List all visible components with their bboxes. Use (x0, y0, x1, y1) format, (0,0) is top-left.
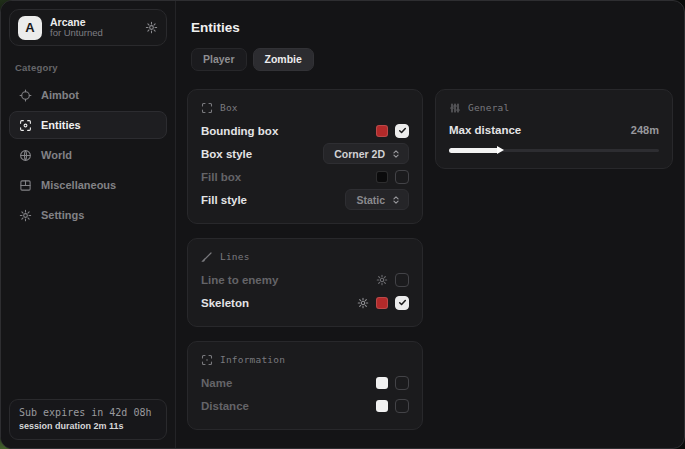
fill-box-row: Fill box (201, 166, 409, 188)
fill-box-checkbox[interactable] (395, 170, 409, 184)
box-style-value: Corner 2D (334, 148, 385, 160)
lines-card: Lines Line to enemy (187, 238, 423, 327)
box-corners-icon (201, 102, 213, 114)
entity-scan-icon (19, 119, 32, 132)
category-label: Category (15, 62, 163, 73)
gear-icon[interactable] (145, 21, 158, 34)
sidebar-item-miscellaneous[interactable]: Miscellaneous (9, 171, 167, 199)
fill-style-value: Static (356, 194, 385, 206)
bounding-box-label: Bounding box (201, 125, 278, 137)
sidebar-spacer (9, 229, 167, 399)
slider-fill (449, 148, 499, 153)
grid-icon (19, 179, 32, 192)
box-style-dropdown[interactable]: Corner 2D (323, 143, 409, 164)
sidebar-item-label: Aimbot (41, 89, 79, 101)
line-to-enemy-checkbox[interactable] (395, 273, 409, 287)
bounding-box-controls (376, 124, 409, 138)
information-section-title: Information (220, 354, 285, 365)
name-checkbox[interactable] (395, 376, 409, 390)
sidebar-item-label: Entities (41, 119, 81, 131)
sliders-icon (449, 102, 461, 114)
sub-expiry-text: Sub expires in 42d 08h (19, 407, 157, 418)
box-card: Box Bounding box B (187, 89, 423, 224)
diagonal-line-icon (201, 251, 213, 263)
skeleton-row: Skeleton (201, 292, 409, 314)
skeleton-checkbox[interactable] (395, 296, 409, 310)
sidebar-item-label: World (41, 149, 72, 161)
page-title: Entities (191, 20, 673, 35)
bounding-box-checkbox[interactable] (395, 124, 409, 138)
app-window: A Arcane for Unturned Category Aimbot (0, 0, 685, 449)
main-panel: Entities Player Zombie Box (176, 1, 685, 448)
distance-color-swatch[interactable] (376, 400, 388, 412)
chevrons-up-down-icon (391, 195, 401, 205)
bounding-box-row: Bounding box (201, 120, 409, 142)
skeleton-color-swatch[interactable] (376, 297, 388, 309)
crosshair-icon (19, 89, 32, 102)
skeleton-label: Skeleton (201, 297, 249, 309)
sidebar-item-world[interactable]: World (9, 141, 167, 169)
sidebar-item-entities[interactable]: Entities (9, 111, 167, 139)
line-to-enemy-controls (376, 273, 409, 287)
gear-icon[interactable] (357, 297, 369, 309)
distance-checkbox[interactable] (395, 399, 409, 413)
name-row: Name (201, 372, 409, 394)
gear-icon (19, 209, 32, 222)
tab-player[interactable]: Player (191, 48, 247, 71)
information-card: Information Name Distance (187, 341, 423, 430)
sidebar-item-label: Settings (41, 209, 84, 221)
max-distance-value: 248m (631, 124, 659, 136)
check-icon (398, 126, 407, 135)
max-distance-row: Max distance 248m (449, 120, 659, 140)
distance-controls (376, 399, 409, 413)
fill-style-label: Fill style (201, 194, 247, 206)
fill-style-dropdown[interactable]: Static (345, 189, 409, 210)
desktop-background: A Arcane for Unturned Category Aimbot (0, 0, 685, 449)
globe-icon (19, 149, 32, 162)
fill-box-controls (376, 170, 409, 184)
content-area: Box Bounding box B (187, 89, 673, 430)
box-card-header: Box (201, 102, 409, 114)
distance-label: Distance (201, 400, 249, 412)
name-controls (376, 376, 409, 390)
lines-section-title: Lines (220, 251, 250, 262)
line-to-enemy-row: Line to enemy (201, 269, 409, 291)
chevrons-up-down-icon (391, 149, 401, 159)
max-distance-label: Max distance (449, 124, 521, 136)
tab-bar: Player Zombie (191, 48, 673, 71)
sidebar-item-settings[interactable]: Settings (9, 201, 167, 229)
name-label: Name (201, 377, 232, 389)
max-distance-slider[interactable] (449, 144, 659, 156)
skeleton-controls (357, 296, 409, 310)
slider-thumb[interactable] (497, 146, 504, 154)
sidebar-item-label: Miscellaneous (41, 179, 116, 191)
box-style-row: Box style Corner 2D (201, 143, 409, 165)
box-section-title: Box (220, 102, 238, 113)
bounding-box-color-swatch[interactable] (376, 125, 388, 137)
fill-box-color-swatch[interactable] (376, 171, 388, 183)
sidebar-nav: Aimbot Entities World (9, 81, 167, 229)
left-column: Box Bounding box B (187, 89, 423, 430)
fill-style-row: Fill style Static (201, 189, 409, 211)
information-card-header: Information (201, 354, 409, 366)
session-duration-text: session duration 2m 11s (19, 421, 157, 431)
lines-card-header: Lines (201, 251, 409, 263)
app-logo: A (18, 16, 42, 40)
check-icon (398, 298, 407, 307)
gear-icon[interactable] (376, 274, 388, 286)
tab-zombie[interactable]: Zombie (253, 48, 314, 71)
right-column: General Max distance 248m (435, 89, 673, 169)
name-color-swatch[interactable] (376, 377, 388, 389)
sidebar: A Arcane for Unturned Category Aimbot (1, 1, 176, 448)
general-card-header: General (449, 102, 659, 114)
sidebar-item-aimbot[interactable]: Aimbot (9, 81, 167, 109)
brand-text: Arcane for Unturned (50, 16, 137, 39)
line-to-enemy-label: Line to enemy (201, 274, 278, 286)
info-scan-icon (201, 354, 213, 366)
general-section-title: General (468, 102, 509, 113)
box-style-label: Box style (201, 148, 252, 160)
app-subtitle: for Unturned (50, 28, 137, 39)
general-card: General Max distance 248m (435, 89, 673, 169)
brand-card: A Arcane for Unturned (9, 9, 167, 46)
fill-box-label: Fill box (201, 171, 241, 183)
